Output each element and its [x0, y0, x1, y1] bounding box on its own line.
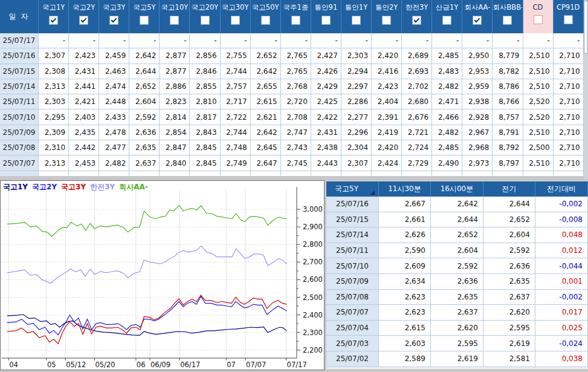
- quote-column-header[interactable]: 전기: [483, 181, 535, 197]
- quote-column-header[interactable]: 전기대비: [535, 181, 588, 197]
- column-checkbox[interactable]: [352, 16, 361, 25]
- column-checkbox[interactable]: [503, 16, 512, 25]
- value-cell: 2,710: [554, 155, 584, 170]
- column-header[interactable]: 회사BBB-: [493, 0, 523, 33]
- value-cell: [402, 171, 432, 176]
- value-cell: 2,720: [281, 94, 311, 109]
- column-header[interactable]: 국고5Y: [129, 0, 160, 33]
- vertical-scrollbar[interactable]: [584, 0, 588, 179]
- column-header[interactable]: 국고50Y: [251, 0, 281, 33]
- value-cell: 2,297: [341, 79, 372, 94]
- x-tick-label: 06/17: [180, 361, 200, 369]
- scrollbar-thumb[interactable]: [584, 1, 588, 54]
- value-cell: -: [341, 33, 372, 48]
- value-cell: [554, 171, 584, 176]
- quote-diff-cell: 0,001: [535, 274, 588, 289]
- date-cell: 25/07/08: [0, 140, 39, 155]
- column-header[interactable]: 산금1Y: [432, 0, 462, 33]
- value-cell: 2,647: [251, 155, 281, 170]
- column-header[interactable]: CD: [523, 0, 554, 33]
- value-cell: 2,817: [190, 109, 220, 124]
- quote-value-cell: 2,644: [483, 197, 535, 212]
- value-cell: [251, 171, 281, 176]
- column-checkbox[interactable]: [140, 16, 149, 25]
- value-cell: 2,845: [190, 155, 220, 170]
- value-cell: 2,433: [99, 109, 129, 124]
- column-checkbox[interactable]: [382, 16, 391, 25]
- column-header[interactable]: 국고2Y: [69, 0, 99, 33]
- column-header[interactable]: 통안91: [311, 0, 341, 33]
- column-header[interactable]: 국고3Y: [99, 0, 129, 33]
- column-header[interactable]: 국고30Y: [221, 0, 251, 33]
- table-row: 25/07/142,3132,4412,4742,6522,8862,8552,…: [0, 79, 584, 94]
- quote-date-cell: 25/07/02: [326, 351, 379, 367]
- value-cell: 2,722: [221, 109, 251, 124]
- quote-column-header[interactable]: 11시30분: [379, 181, 431, 197]
- value-cell: 2,747: [281, 125, 311, 140]
- value-cell: 2,729: [402, 155, 432, 170]
- quote-row: 25/07/092,6342,6362,6350,001: [326, 274, 588, 290]
- column-checkbox[interactable]: [261, 16, 270, 25]
- date-cell: [0, 171, 39, 176]
- column-checkbox[interactable]: [534, 15, 543, 24]
- quote-row: 25/07/162,6672,6422,644-0,002: [326, 197, 588, 212]
- quote-diff-cell: 0,038: [535, 351, 588, 367]
- column-header[interactable]: 한전3Y: [402, 0, 432, 33]
- date-cell: 25/07/16: [0, 48, 39, 63]
- column-checkbox[interactable]: [109, 16, 118, 25]
- quote-column-header[interactable]: 16시00분: [431, 181, 483, 197]
- column-checkbox[interactable]: [564, 15, 573, 24]
- column-checkbox[interactable]: [473, 16, 482, 25]
- column-header-label: 국고50Y: [252, 3, 279, 12]
- value-cell: [372, 171, 402, 176]
- value-cell: 2,466: [432, 109, 462, 124]
- value-cell: 2,520: [523, 94, 554, 109]
- value-cell: 2,938: [462, 94, 493, 109]
- value-cell: -: [221, 33, 251, 48]
- value-cell: [221, 171, 251, 176]
- quote-row: 25/07/112,5902,6042,5920,012: [326, 243, 588, 259]
- y-tick-label: 2,500: [303, 293, 323, 302]
- column-header[interactable]: 국고10Y: [160, 0, 190, 33]
- column-checkbox[interactable]: [201, 16, 210, 25]
- value-cell: 2,483: [432, 64, 462, 79]
- value-cell: 2,510: [523, 48, 554, 63]
- column-checkbox[interactable]: [79, 16, 88, 25]
- quote-value-cell: 2,620: [483, 305, 535, 320]
- column-header[interactable]: 통안1Y: [341, 0, 372, 33]
- value-cell: 2,510: [523, 79, 554, 94]
- value-cell: 2,765: [281, 64, 311, 79]
- column-header[interactable]: CP91D: [554, 0, 584, 33]
- column-checkbox[interactable]: [170, 16, 179, 25]
- value-cell: -: [402, 33, 432, 48]
- value-cell: 2,645: [251, 140, 281, 155]
- y-tick-label: 2,300: [303, 328, 323, 337]
- value-cell: 2,743: [281, 140, 311, 155]
- quote-series-header[interactable]: 국고5Y: [326, 181, 379, 197]
- quote-value-cell: 2,652: [483, 212, 535, 227]
- column-header[interactable]: 통안2Y: [372, 0, 402, 33]
- yield-table-body: 25/07/17------------------25/07/162,3072…: [0, 33, 584, 176]
- column-header-label: 국고10Y: [161, 3, 189, 12]
- quote-diff-cell: -0,044: [535, 258, 588, 273]
- column-header[interactable]: 회사AA-: [462, 0, 493, 33]
- value-cell: 8,766: [493, 94, 523, 109]
- column-header[interactable]: 국고1Y: [39, 0, 69, 33]
- value-cell: 2,967: [462, 125, 493, 140]
- column-checkbox[interactable]: [412, 16, 421, 25]
- column-checkbox[interactable]: [231, 16, 240, 25]
- column-checkbox[interactable]: [321, 16, 331, 25]
- column-checkbox[interactable]: [291, 16, 300, 25]
- column-checkbox[interactable]: [49, 16, 58, 25]
- value-cell: 2,968: [462, 140, 493, 155]
- quote-value-cell: 2,626: [379, 227, 431, 243]
- column-checkbox[interactable]: [442, 16, 451, 25]
- value-cell: 2,307: [39, 48, 69, 63]
- quote-diff-cell: 0,017: [535, 305, 588, 320]
- value-cell: 2,427: [311, 48, 341, 63]
- value-cell: 2,420: [372, 48, 402, 63]
- column-header[interactable]: 국주1종: [281, 0, 311, 33]
- value-cell: [190, 171, 220, 176]
- column-header[interactable]: 국고20Y: [190, 0, 220, 33]
- value-cell: 2,810: [190, 94, 220, 109]
